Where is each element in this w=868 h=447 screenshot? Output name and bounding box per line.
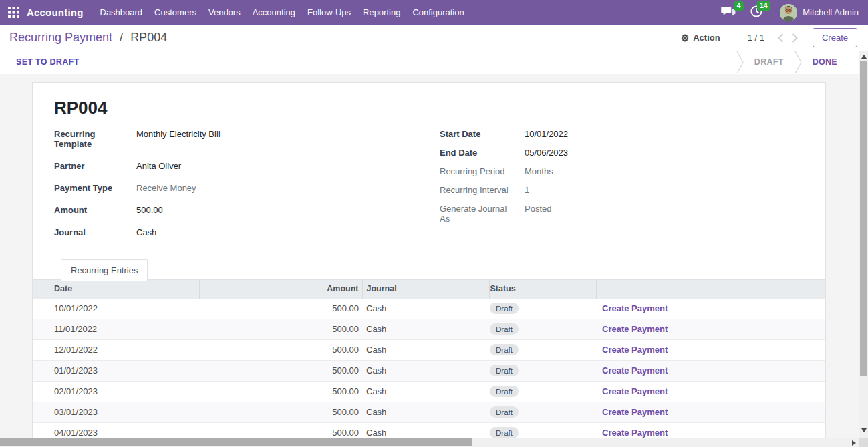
activities-badge: 14 — [757, 1, 771, 11]
vertical-scrollbar-thumb[interactable] — [860, 61, 867, 376]
field-value[interactable]: Receive Money — [136, 183, 196, 193]
field-value[interactable]: Monthly Electricity Bill — [136, 129, 221, 139]
menu-item-follow-ups[interactable]: Follow-Ups — [301, 0, 357, 25]
create-payment-link[interactable]: Create Payment — [602, 303, 668, 313]
pager-previous-icon[interactable] — [774, 31, 788, 45]
column-header-date[interactable]: Date — [33, 280, 199, 298]
avatar — [780, 4, 797, 21]
field-value[interactable]: Anita Oliver — [136, 161, 181, 171]
record-title: RP004 — [54, 98, 804, 118]
field-row: Generate Journal AsPosted — [440, 204, 804, 224]
entry-journal: Cash — [362, 319, 489, 339]
menu-item-accounting[interactable]: Accounting — [247, 0, 301, 25]
create-payment-link[interactable]: Create Payment — [602, 324, 668, 334]
menu-item-reporting[interactable]: Reporting — [357, 0, 406, 25]
status-badge: Draft — [490, 344, 519, 355]
entry-journal: Cash — [362, 402, 489, 422]
entry-status-cell: Draft — [489, 319, 596, 339]
scroll-up-icon[interactable] — [861, 55, 867, 59]
menu-item-customers[interactable]: Customers — [148, 0, 202, 25]
field-label: Amount — [54, 205, 136, 215]
create-payment-link[interactable]: Create Payment — [602, 428, 668, 438]
breadcrumb-parent-link[interactable]: Recurring Payment — [9, 31, 112, 44]
field-label: Recurring Interval — [440, 185, 525, 195]
user-menu[interactable]: Mitchell Admin — [780, 4, 859, 21]
entry-row[interactable]: 02/01/2023500.00CashDraftCreate Payment — [33, 381, 825, 402]
field-value[interactable]: Posted — [525, 204, 551, 214]
app-brand[interactable]: Accounting — [27, 7, 84, 18]
create-button[interactable]: Create — [813, 28, 857, 47]
field-value[interactable]: Months — [525, 166, 553, 176]
entry-action-cell: Create Payment — [596, 381, 825, 402]
entry-row[interactable]: 12/01/2022500.00CashDraftCreate Payment — [33, 339, 825, 360]
entry-date: 10/01/2022 — [33, 298, 199, 319]
entry-action-cell: Create Payment — [596, 339, 825, 360]
field-label: Start Date — [440, 129, 525, 139]
activities-button[interactable]: 14 — [750, 5, 762, 19]
create-payment-link[interactable]: Create Payment — [602, 386, 668, 396]
notebook-tabs: Recurring Entries — [33, 259, 825, 280]
menu-item-dashboard[interactable]: Dashboard — [94, 0, 149, 25]
field-label: Payment Type — [54, 183, 136, 193]
scroll-right-icon[interactable] — [852, 440, 856, 446]
create-payment-link[interactable]: Create Payment — [602, 345, 668, 355]
entry-row[interactable]: 01/01/2023500.00CashDraftCreate Payment — [33, 360, 825, 381]
tab-recurring-entries[interactable]: Recurring Entries — [61, 259, 148, 281]
field-value[interactable]: 500.00 — [136, 205, 163, 215]
status-badge: Draft — [490, 323, 519, 335]
entry-date: 02/01/2023 — [33, 381, 199, 402]
field-value[interactable]: 10/01/2022 — [525, 129, 568, 139]
vertical-scrollbar[interactable] — [859, 51, 868, 438]
status-badge: Draft — [490, 427, 519, 438]
entry-row[interactable]: 11/01/2022500.00CashDraftCreate Payment — [33, 319, 825, 339]
entry-amount: 500.00 — [199, 339, 362, 360]
scrollbar-corner — [859, 438, 868, 447]
create-payment-link[interactable]: Create Payment — [602, 407, 668, 417]
messages-button[interactable]: 4 — [721, 6, 736, 19]
status-badge: Draft — [490, 406, 519, 418]
top-navbar: Accounting DashboardCustomersVendorsAcco… — [0, 0, 868, 25]
field-row: End Date05/06/2023 — [440, 148, 804, 158]
entry-action-cell: Create Payment — [596, 298, 825, 319]
horizontal-scrollbar[interactable] — [0, 438, 859, 447]
form-sheet: RP004 Recurring TemplateMonthly Electric… — [32, 82, 826, 447]
field-value[interactable]: 05/06/2023 — [525, 148, 568, 158]
main-menu: DashboardCustomersVendorsAccountingFollo… — [94, 0, 470, 25]
entry-row[interactable]: 03/01/2023500.00CashDraftCreate Payment — [33, 402, 825, 422]
field-row: Amount500.00 — [54, 205, 440, 215]
pager-next-icon[interactable] — [788, 31, 802, 45]
menu-item-configuration[interactable]: Configuration — [406, 0, 470, 25]
field-label: Journal — [54, 227, 136, 237]
status-step-done[interactable]: DONE — [802, 51, 848, 73]
column-header-journal[interactable]: Journal — [362, 280, 489, 298]
entry-action-cell: Create Payment — [596, 360, 825, 381]
field-value[interactable]: Cash — [136, 227, 156, 237]
entry-status-cell: Draft — [489, 298, 596, 319]
breadcrumb-current: RP004 — [130, 31, 167, 44]
status-badge: Draft — [490, 386, 519, 397]
create-payment-link[interactable]: Create Payment — [602, 365, 668, 376]
menu-item-vendors[interactable]: Vendors — [202, 0, 247, 25]
entry-action-cell: Create Payment — [596, 402, 825, 422]
form-statusbar: SET TO DRAFT DRAFTDONE — [0, 51, 868, 73]
column-header-amount[interactable]: Amount — [199, 280, 362, 298]
status-step-chevron-icon — [794, 51, 802, 73]
status-step-draft[interactable]: DRAFT — [744, 51, 794, 73]
column-header-status[interactable]: Status — [489, 280, 596, 298]
status-step-chevron-icon — [736, 51, 744, 73]
horizontal-scrollbar-thumb[interactable] — [0, 438, 472, 446]
entry-date: 01/01/2023 — [33, 360, 199, 381]
field-label: Recurring Period — [440, 166, 525, 176]
scroll-down-icon[interactable] — [861, 428, 867, 432]
set-to-draft-button[interactable]: SET TO DRAFT — [16, 57, 79, 67]
field-row: Recurring TemplateMonthly Electricity Bi… — [54, 129, 440, 149]
entry-row[interactable]: 10/01/2022500.00CashDraftCreate Payment — [33, 298, 825, 319]
apps-grid-icon[interactable] — [8, 7, 19, 18]
field-row: Start Date10/01/2022 — [440, 129, 804, 139]
entry-status-cell: Draft — [489, 339, 596, 360]
entry-journal: Cash — [362, 298, 489, 319]
gear-icon: ⚙ — [681, 33, 690, 43]
action-menu-button[interactable]: ⚙ Action — [681, 33, 720, 43]
field-row: JournalCash — [54, 227, 440, 237]
field-value[interactable]: 1 — [525, 185, 529, 195]
